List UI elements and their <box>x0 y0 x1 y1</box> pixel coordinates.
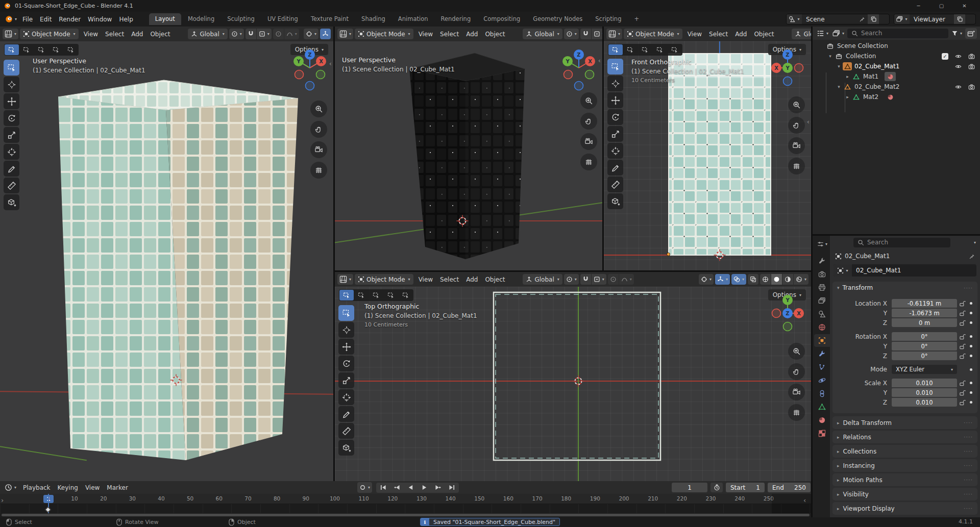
panel-grip[interactable]: ···· <box>964 419 973 426</box>
proportional-edit-toggle[interactable] <box>608 274 619 285</box>
current-frame-field[interactable]: 1 <box>672 483 707 492</box>
pivot-selector[interactable]: ▾ <box>564 274 579 285</box>
scene-name[interactable]: Scene <box>802 14 857 24</box>
properties-tab-texture[interactable] <box>814 427 830 440</box>
animate-dot[interactable] <box>967 382 974 384</box>
lock-button[interactable] <box>957 390 967 396</box>
workspace-tab-rendering[interactable]: Rendering <box>434 13 477 25</box>
nav-zoom-button[interactable] <box>788 96 805 113</box>
navigation-gizmo[interactable]: Z X Y <box>768 47 807 87</box>
new-viewlayer-button[interactable] <box>954 14 965 24</box>
properties-options-button[interactable]: ▾ <box>974 240 976 245</box>
menu-view[interactable]: View <box>80 29 102 39</box>
panel-grip[interactable]: ···· <box>964 448 973 455</box>
editor-type-button[interactable]: ▾ <box>814 238 830 250</box>
shading-wireframe-button[interactable] <box>760 274 771 285</box>
menu-view[interactable]: View <box>415 274 436 285</box>
expander-icon[interactable]: ▾ <box>835 84 843 89</box>
orientation-selector[interactable]: Global▾ <box>523 274 562 285</box>
eye-toggle[interactable] <box>955 63 962 70</box>
menu-add[interactable]: Add <box>462 274 481 285</box>
tool-select-box-button[interactable] <box>338 305 354 321</box>
navigation-gizmo[interactable]: Z Y X <box>290 47 329 91</box>
playback-play-back-button[interactable] <box>404 483 418 493</box>
region-collapse-chevron[interactable]: ‹ <box>803 496 806 504</box>
tool-measure-button[interactable] <box>4 178 19 193</box>
viewport-perspective-large[interactable]: ▾ Object Mode▾ ViewSelectAddObject Globa… <box>0 27 333 481</box>
select-mode-button-1[interactable] <box>339 290 354 300</box>
workspace-tab-compositing[interactable]: Compositing <box>477 13 526 25</box>
editor-type-button[interactable]: ▾ <box>3 482 18 493</box>
workspace-tab-geometry-nodes[interactable]: Geometry Nodes <box>527 13 589 25</box>
properties-tab-output[interactable] <box>814 281 830 294</box>
panel-grip[interactable]: ···· <box>964 476 973 483</box>
snap-settings[interactable]: ▾ <box>592 274 606 285</box>
panel-grip[interactable]: ···· <box>964 285 973 291</box>
select-mode-button-1[interactable] <box>5 44 19 55</box>
pivot-selector[interactable]: ▾ <box>564 29 579 39</box>
properties-tab-constraint[interactable] <box>814 387 830 400</box>
unlink-scene-button[interactable] <box>879 14 889 24</box>
check-toggle[interactable]: ✓ <box>942 53 948 60</box>
close-button[interactable]: ✕ <box>953 0 976 12</box>
nav-zoom-button[interactable] <box>788 343 805 360</box>
properties-tab-viewlayer[interactable] <box>814 294 830 307</box>
eye-toggle[interactable] <box>955 53 962 60</box>
playback-jump-start-button[interactable] <box>376 483 390 493</box>
menu-marker[interactable]: Marker <box>103 483 131 493</box>
show-gizmo-toggle[interactable] <box>320 29 331 39</box>
tool-annotate-button[interactable] <box>4 161 19 177</box>
object-id-browse-button[interactable]: ▾ <box>834 264 852 277</box>
mode-selector[interactable]: Object Mode▾ <box>355 274 413 285</box>
menu-select[interactable]: Select <box>102 29 128 39</box>
scale-value-field[interactable]: 0.010 <box>892 388 957 397</box>
proportional-edit-toggle[interactable] <box>273 29 284 39</box>
material-preview-icon[interactable] <box>885 92 896 102</box>
panel-delta-transform[interactable]: ▸Delta Transform···· <box>832 416 977 429</box>
scene-browse-button[interactable]: ▾ <box>787 14 802 24</box>
properties-tab-render[interactable] <box>814 268 830 281</box>
menu-view[interactable]: View <box>82 483 103 493</box>
tool-cursor-button[interactable] <box>338 322 354 338</box>
properties-tab-world[interactable] <box>814 321 830 334</box>
properties-tab-scene[interactable] <box>814 308 830 320</box>
snap-toggle[interactable] <box>246 29 256 39</box>
panel-viewport-display[interactable]: ▸Viewport Display···· <box>832 502 977 515</box>
select-mode-button-4[interactable] <box>49 44 63 55</box>
expander-icon[interactable]: ▸ <box>844 74 851 79</box>
camera-toggle[interactable] <box>968 84 975 90</box>
menu-edit[interactable]: Edit <box>36 14 55 24</box>
nav-camera-button[interactable] <box>310 141 327 158</box>
tool-annotate-button[interactable] <box>607 160 623 175</box>
select-mode-button-2[interactable] <box>354 290 369 300</box>
location-value-field[interactable]: 0 m <box>892 318 957 327</box>
shading-material-button[interactable] <box>782 274 793 285</box>
animate-dot[interactable] <box>967 312 974 314</box>
properties-tab-tool[interactable] <box>814 255 830 267</box>
workspace-tab-uv-editing[interactable]: UV Editing <box>261 13 304 25</box>
frame-start-field[interactable]: Start1 <box>726 483 765 492</box>
snap-toggle[interactable] <box>580 29 591 39</box>
region-collapse-chevron[interactable]: ‹ <box>329 60 332 67</box>
editor-type-button[interactable]: ▾ <box>337 29 353 39</box>
panel-motion-paths[interactable]: ▸Motion Paths···· <box>832 473 977 486</box>
orientation-selector[interactable]: Global▾ <box>188 29 227 39</box>
show-overlays-toggle[interactable]: ▾ <box>731 274 746 285</box>
select-mode-button-1[interactable] <box>608 44 623 55</box>
new-scene-button[interactable] <box>868 14 879 24</box>
tool-measure-button[interactable] <box>338 423 354 439</box>
keying-set-button[interactable]: ▾ <box>357 482 372 493</box>
panel-instancing[interactable]: ▸Instancing···· <box>832 459 977 472</box>
animate-dot[interactable] <box>967 335 974 338</box>
menu-add[interactable]: Add <box>128 29 146 39</box>
mode-selector[interactable]: Object Mode▾ <box>624 29 682 39</box>
menu-file[interactable]: File <box>19 14 36 24</box>
object-name-field[interactable]: ▾ 02_Cube_Mat1 <box>834 264 976 277</box>
select-mode-button-4[interactable] <box>384 290 398 300</box>
nav-grid-button[interactable] <box>788 404 805 421</box>
nav-grid-button[interactable] <box>580 154 597 170</box>
animate-dot[interactable] <box>967 401 974 404</box>
select-mode-button-4[interactable] <box>653 44 667 55</box>
menu-view[interactable]: View <box>415 29 436 39</box>
properties-tab-modifier[interactable] <box>814 347 830 360</box>
